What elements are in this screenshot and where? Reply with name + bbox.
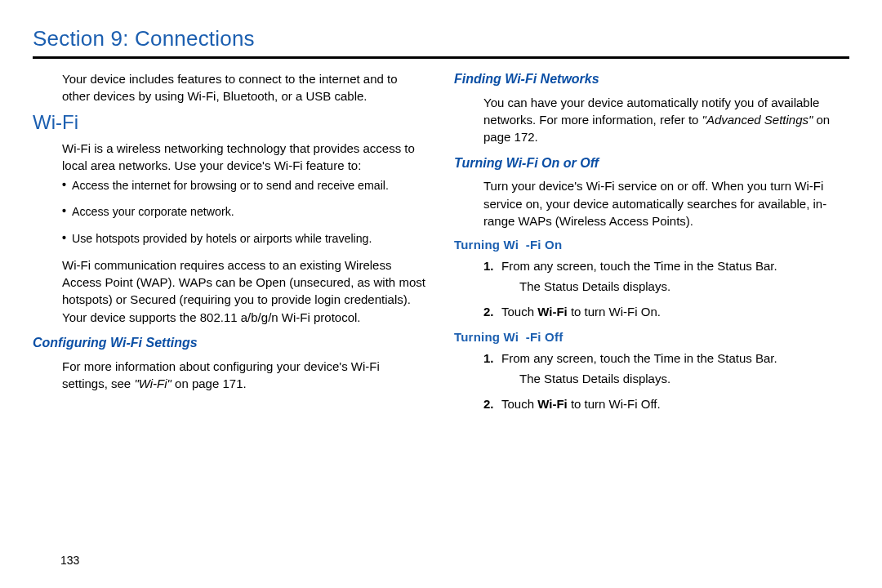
step-number: 1. bbox=[483, 350, 501, 367]
bullet-icon: • bbox=[62, 203, 66, 220]
bold-text: Wi-Fi bbox=[537, 397, 568, 411]
step-text: Touch Wi-Fi to turn Wi-Fi On. bbox=[501, 303, 849, 320]
heading-wifi: Wi-Fi bbox=[33, 109, 428, 136]
bullet-icon: • bbox=[62, 177, 66, 194]
text: on page 171. bbox=[172, 376, 247, 390]
text: Touch bbox=[501, 397, 537, 411]
bullet-text: Access your corporate network. bbox=[72, 203, 234, 220]
heading-turning-wifi-off: Turning Wi -Fi Off bbox=[454, 328, 849, 345]
step-item: 1. From any screen, touch the Time in th… bbox=[483, 350, 849, 388]
finding-networks-paragraph: You can have your device automatically n… bbox=[483, 94, 849, 146]
text: From any screen, touch the Time in the S… bbox=[501, 351, 777, 365]
list-item: • Access the internet for browsing or to… bbox=[62, 177, 428, 194]
step-text: Touch Wi-Fi to turn Wi-Fi Off. bbox=[501, 395, 849, 412]
heading-turning-wifi-onoff: Turning Wi-Fi On or Off bbox=[454, 154, 849, 173]
horizontal-rule bbox=[33, 56, 849, 59]
heading-turning-wifi-on: Turning Wi -Fi On bbox=[454, 236, 849, 253]
text: to turn Wi-Fi Off. bbox=[568, 397, 661, 411]
wifi-off-steps: 1. From any screen, touch the Time in th… bbox=[483, 350, 849, 413]
wifi-bullet-list: • Access the internet for browsing or to… bbox=[62, 177, 428, 246]
step-number: 1. bbox=[483, 257, 501, 274]
reference-link[interactable]: "Wi-Fi" bbox=[134, 376, 172, 390]
text: Touch bbox=[501, 305, 537, 318]
list-item: • Use hotspots provided by hotels or air… bbox=[62, 230, 428, 247]
step-item: 2. Touch Wi-Fi to turn Wi-Fi Off. bbox=[483, 395, 849, 412]
step-number: 2. bbox=[483, 395, 501, 412]
two-column-layout: Your device includes features to connect… bbox=[33, 70, 849, 421]
wifi-onoff-paragraph: Turn your device's Wi-Fi service on or o… bbox=[483, 177, 849, 229]
step-item: 1. From any screen, touch the Time in th… bbox=[483, 257, 849, 296]
step-subtext: The Status Details displays. bbox=[519, 278, 849, 295]
config-info-paragraph: For more information about configuring y… bbox=[62, 358, 428, 393]
heading-configuring-wifi: Configuring Wi-Fi Settings bbox=[33, 334, 428, 353]
wifi-desc-paragraph: Wi-Fi is a wireless networking technolog… bbox=[62, 140, 428, 175]
page-number: 133 bbox=[60, 554, 79, 567]
reference-link[interactable]: "Advanced Settings" bbox=[702, 113, 813, 127]
wap-paragraph: Wi-Fi communication requires access to a… bbox=[62, 256, 428, 326]
step-subtext: The Status Details displays. bbox=[519, 370, 849, 387]
bold-text: Wi-Fi bbox=[537, 305, 568, 318]
bullet-text: Access the internet for browsing or to s… bbox=[72, 177, 389, 194]
heading-finding-networks: Finding Wi-Fi Networks bbox=[454, 70, 849, 89]
step-text: From any screen, touch the Time in the S… bbox=[501, 257, 849, 296]
list-item: • Access your corporate network. bbox=[62, 203, 428, 220]
text: From any screen, touch the Time in the S… bbox=[501, 259, 777, 273]
left-column: Your device includes features to connect… bbox=[33, 70, 428, 421]
section-title: Section 9: Connections bbox=[33, 26, 849, 51]
step-text: From any screen, touch the Time in the S… bbox=[501, 350, 849, 388]
bullet-icon: • bbox=[62, 230, 66, 247]
step-item: 2. Touch Wi-Fi to turn Wi-Fi On. bbox=[483, 303, 849, 320]
bullet-text: Use hotspots provided by hotels or airpo… bbox=[72, 230, 372, 247]
step-number: 2. bbox=[483, 303, 501, 320]
text: to turn Wi-Fi On. bbox=[568, 305, 661, 318]
wifi-on-steps: 1. From any screen, touch the Time in th… bbox=[483, 257, 849, 321]
intro-paragraph: Your device includes features to connect… bbox=[62, 70, 428, 105]
right-column: Finding Wi-Fi Networks You can have your… bbox=[454, 70, 849, 421]
